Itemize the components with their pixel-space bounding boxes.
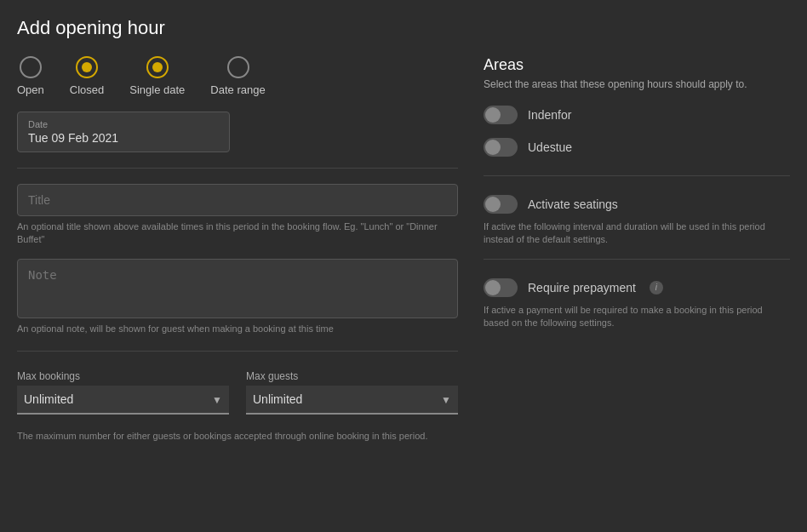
date-label: Date [28, 119, 219, 129]
activate-seatings-section: Activate seatings If active the followin… [484, 188, 790, 247]
radio-open-circle [20, 56, 42, 78]
toggle-udestue-label: Udestue [528, 140, 572, 154]
toggle-udestue-row: Udestue [484, 131, 790, 163]
toggle-prepayment-label: Require prepayment [528, 281, 636, 295]
require-prepayment-section: Require prepayment i If active a payment… [484, 272, 790, 330]
right-divider-2 [484, 259, 790, 260]
max-hint: The maximum number for either guests or … [17, 430, 458, 443]
max-row: Max bookings Unlimited 1 2 5 10 20 50 ▼ [17, 370, 458, 415]
toggle-prepayment-row: Require prepayment i [484, 272, 790, 304]
prepayment-info-icon[interactable]: i [650, 281, 663, 295]
toggle-activate-seatings-label: Activate seatings [528, 197, 618, 211]
areas-title: Areas [484, 56, 790, 74]
max-guests-label: Max guests [246, 370, 458, 382]
toggle-udestue[interactable] [484, 138, 518, 157]
title-input-container: An optional title shown above available … [17, 184, 458, 247]
toggle-indenfor-label: Indenfor [528, 108, 571, 122]
radio-group: Open Closed Single date Date range [17, 56, 458, 96]
radio-date-range-label: Date range [210, 83, 265, 96]
max-guests-select-wrapper: Unlimited 1 2 5 10 20 50 ▼ [246, 386, 458, 415]
toggle-activate-seatings[interactable] [484, 195, 518, 214]
radio-open[interactable]: Open [17, 56, 44, 96]
divider-1 [17, 168, 458, 169]
max-guests-select[interactable]: Unlimited 1 2 5 10 20 50 [246, 386, 458, 415]
title-hint: An optional title shown above available … [17, 220, 458, 247]
max-guests-field: Max guests Unlimited 1 2 5 10 20 50 ▼ [246, 370, 458, 415]
radio-closed-circle [76, 56, 98, 78]
note-input-container: An optional note, will be shown for gues… [17, 259, 458, 335]
note-input[interactable] [17, 259, 458, 318]
max-bookings-field: Max bookings Unlimited 1 2 5 10 20 50 ▼ [17, 370, 229, 415]
date-field[interactable]: Date Tue 09 Feb 2021 [17, 112, 230, 152]
max-bookings-select[interactable]: Unlimited 1 2 5 10 20 50 [17, 386, 229, 415]
date-value: Tue 09 Feb 2021 [28, 131, 219, 145]
radio-single-date[interactable]: Single date [129, 56, 185, 96]
areas-desc: Select the areas that these opening hour… [484, 77, 790, 92]
areas-section: Areas Select the areas that these openin… [484, 56, 790, 163]
radio-single-date-circle [146, 56, 169, 78]
activate-seatings-desc: If active the following interval and dur… [484, 220, 790, 247]
radio-date-range[interactable]: Date range [210, 56, 265, 96]
radio-date-range-circle [227, 56, 249, 78]
radio-single-date-label: Single date [129, 83, 185, 96]
note-hint: An optional note, will be shown for gues… [17, 323, 458, 335]
radio-closed[interactable]: Closed [70, 56, 104, 96]
toggle-indenfor-row: Indenfor [484, 99, 790, 131]
toggle-indenfor[interactable] [484, 106, 518, 124]
radio-open-label: Open [17, 83, 44, 96]
divider-2 [17, 351, 458, 352]
title-input[interactable] [17, 184, 458, 216]
left-panel: Open Closed Single date Date range Date [17, 56, 458, 523]
right-divider-1 [484, 175, 790, 176]
radio-closed-label: Closed [70, 83, 104, 96]
max-bookings-label: Max bookings [17, 370, 229, 382]
prepayment-desc: If active a payment will be required to … [484, 304, 790, 330]
toggle-activate-seatings-row: Activate seatings [484, 188, 790, 220]
max-bookings-select-wrapper: Unlimited 1 2 5 10 20 50 ▼ [17, 386, 229, 415]
toggle-prepayment[interactable] [484, 278, 518, 297]
page-title: Add opening hour [17, 17, 790, 39]
right-panel: Areas Select the areas that these openin… [484, 56, 790, 523]
